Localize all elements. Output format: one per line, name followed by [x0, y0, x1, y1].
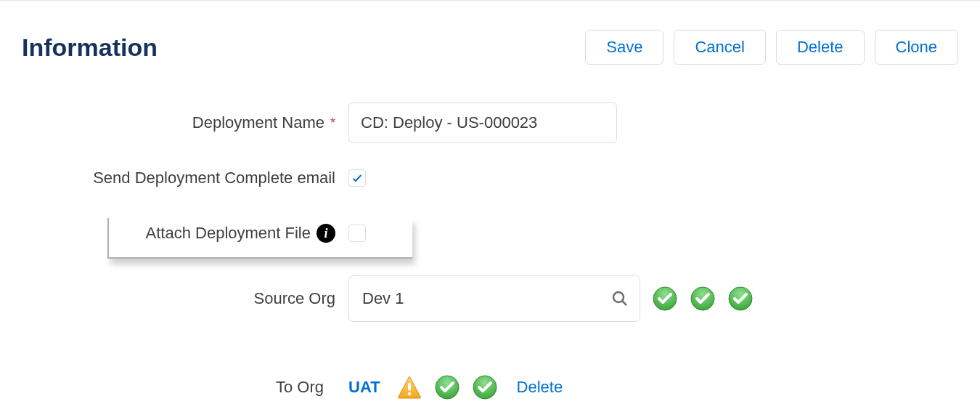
to-org-link[interactable]: UAT	[348, 378, 380, 397]
deployment-name-input[interactable]	[348, 102, 617, 143]
svg-point-0	[613, 292, 624, 302]
checkmark-icon	[351, 172, 363, 184]
info-icon[interactable]: i	[317, 224, 335, 243]
search-icon[interactable]	[611, 290, 629, 307]
attach-file-checkbox[interactable]	[348, 225, 366, 242]
save-button[interactable]: Save	[585, 30, 663, 65]
status-ok-icon[interactable]	[690, 286, 716, 312]
action-button-bar: Save Cancel Delete Clone	[585, 30, 958, 65]
svg-line-1	[622, 301, 626, 305]
cancel-button[interactable]: Cancel	[674, 30, 765, 65]
clone-button[interactable]: Clone	[875, 30, 958, 65]
send-email-label: Send Deployment Complete email	[93, 169, 335, 187]
required-indicator-icon: *	[330, 116, 335, 131]
svg-rect-5	[408, 383, 411, 391]
status-ok-icon[interactable]	[652, 286, 678, 312]
to-org-label: To Org	[276, 378, 324, 397]
status-warning-icon[interactable]	[396, 374, 422, 400]
svg-point-6	[407, 392, 410, 395]
deployment-name-label: Deployment Name	[192, 113, 324, 132]
delete-button[interactable]: Delete	[776, 30, 865, 65]
section-title: Information	[22, 33, 158, 62]
status-ok-icon[interactable]	[434, 374, 460, 400]
source-org-label: Source Org	[254, 289, 336, 308]
to-org-delete-link[interactable]: Delete	[517, 378, 563, 397]
send-email-checkbox[interactable]	[348, 169, 366, 187]
source-org-lookup-input[interactable]	[348, 275, 640, 322]
status-ok-icon[interactable]	[472, 374, 498, 400]
status-ok-icon[interactable]	[727, 286, 754, 312]
attach-file-label: Attach Deployment File	[146, 224, 311, 243]
